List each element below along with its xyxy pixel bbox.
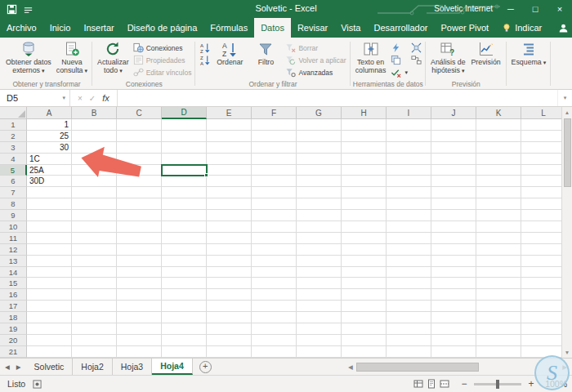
column-header-G[interactable]: G [297, 107, 342, 119]
cell-H17[interactable] [342, 301, 387, 312]
ribbon-tab-desarrollador[interactable]: Desarrollador [367, 18, 434, 38]
cell-F2[interactable] [252, 131, 297, 142]
cell-B6[interactable] [72, 176, 117, 187]
ribbon-button-flash-fill[interactable] [389, 42, 410, 54]
cell-B3[interactable] [72, 142, 117, 154]
column-header-E[interactable]: E [207, 107, 252, 119]
column-header-L[interactable]: L [521, 107, 566, 119]
cell-D13[interactable] [162, 256, 207, 267]
cell-K19[interactable] [476, 323, 521, 335]
cell-L19[interactable] [521, 323, 566, 335]
cell-G16[interactable] [297, 289, 342, 301]
cell-F19[interactable] [252, 323, 297, 335]
cell-I13[interactable] [387, 256, 431, 267]
cell-K8[interactable] [476, 198, 521, 210]
cell-A16[interactable] [27, 289, 72, 301]
cell-G1[interactable] [297, 119, 342, 131]
cell-C15[interactable] [117, 278, 162, 289]
cell-I19[interactable] [387, 323, 431, 335]
cell-G11[interactable] [297, 233, 342, 244]
cell-J3[interactable] [431, 142, 476, 154]
cell-E5[interactable] [207, 165, 252, 176]
ribbon-tab-power-pivot[interactable]: Power Pivot [434, 18, 495, 38]
sheet-tab-hoja2[interactable]: Hoja2 [73, 359, 112, 375]
cell-A9[interactable] [27, 210, 72, 221]
cell-J10[interactable] [431, 221, 476, 233]
cell-L8[interactable] [521, 198, 566, 210]
sheet-tab-hoja3[interactable]: Hoja3 [113, 359, 152, 375]
cell-A19[interactable] [27, 323, 72, 335]
page-break-view-icon[interactable] [440, 379, 449, 389]
cell-J15[interactable] [431, 278, 476, 289]
ribbon-button-esquema[interactable]: Esquema▾ [509, 38, 549, 79]
cell-F6[interactable] [252, 176, 297, 187]
cell-F10[interactable] [252, 221, 297, 233]
cell-A21[interactable] [27, 346, 72, 358]
cell-G14[interactable] [297, 267, 342, 278]
cell-J1[interactable] [431, 119, 476, 131]
cell-A17[interactable] [27, 301, 72, 312]
cell-H11[interactable] [342, 233, 387, 244]
cell-K7[interactable] [476, 187, 521, 198]
row-header-18[interactable]: 18 [0, 312, 27, 323]
cell-C10[interactable] [117, 221, 162, 233]
row-header-2[interactable]: 2 [0, 131, 27, 142]
cell-L9[interactable] [521, 210, 566, 221]
select-all-button[interactable] [0, 107, 27, 119]
cell-G18[interactable] [297, 312, 342, 323]
cell-G17[interactable] [297, 301, 342, 312]
cell-K10[interactable] [476, 221, 521, 233]
ribbon-button-conexiones[interactable]: Conexiones [132, 42, 194, 54]
cell-F15[interactable] [252, 278, 297, 289]
cell-I6[interactable] [387, 176, 431, 187]
cell-C20[interactable] [117, 335, 162, 346]
cell-I8[interactable] [387, 198, 431, 210]
cell-J2[interactable] [431, 131, 476, 142]
cell-H8[interactable] [342, 198, 387, 210]
name-box[interactable]: D5 ▾ [0, 90, 70, 106]
cell-E13[interactable] [207, 256, 252, 267]
cell-E2[interactable] [207, 131, 252, 142]
cell-G13[interactable] [297, 256, 342, 267]
cell-H2[interactable] [342, 131, 387, 142]
name-box-dropdown-icon[interactable]: ▾ [62, 95, 69, 101]
scroll-down-icon[interactable]: ▼ [565, 347, 570, 358]
cell-A7[interactable] [27, 187, 72, 198]
save-icon[interactable] [7, 4, 17, 15]
cell-D8[interactable] [162, 198, 207, 210]
row-header-7[interactable]: 7 [0, 187, 27, 198]
cell-K11[interactable] [476, 233, 521, 244]
column-header-I[interactable]: I [387, 107, 431, 119]
ribbon-button-filtro[interactable]: Filtro [248, 38, 284, 79]
cell-A12[interactable] [27, 244, 72, 256]
cell-F21[interactable] [252, 346, 297, 358]
cell-I5[interactable] [387, 165, 431, 176]
qat-customize-icon[interactable] [23, 4, 34, 15]
cell-J19[interactable] [431, 323, 476, 335]
cell-D9[interactable] [162, 210, 207, 221]
ribbon-button-borrar[interactable]: Borrar [284, 42, 347, 54]
cell-D11[interactable] [162, 233, 207, 244]
cell-H21[interactable] [342, 346, 387, 358]
row-header-5[interactable]: 5 [0, 165, 27, 176]
cell-G15[interactable] [297, 278, 342, 289]
cell-J5[interactable] [431, 165, 476, 176]
cell-B1[interactable] [72, 119, 117, 131]
cell-A20[interactable] [27, 335, 72, 346]
column-header-F[interactable]: F [252, 107, 297, 119]
cell-G19[interactable] [297, 323, 342, 335]
ribbon-tab-datos[interactable]: Datos [254, 18, 291, 38]
cell-F8[interactable] [252, 198, 297, 210]
sheet-tab-hoja4[interactable]: Hoja4 [152, 359, 193, 375]
cell-K18[interactable] [476, 312, 521, 323]
cell-B5[interactable] [72, 165, 117, 176]
cell-L18[interactable] [521, 312, 566, 323]
cell-G5[interactable] [297, 165, 342, 176]
cell-C12[interactable] [117, 244, 162, 256]
row-header-17[interactable]: 17 [0, 301, 27, 312]
ribbon-tab-formulas[interactable]: Fórmulas [203, 18, 254, 38]
ribbon-tab-diseno-de-pagina[interactable]: Diseño de página [121, 18, 204, 38]
cell-C19[interactable] [117, 323, 162, 335]
cell-B15[interactable] [72, 278, 117, 289]
sheet-tab-solvetic[interactable]: Solvetic [26, 359, 74, 375]
